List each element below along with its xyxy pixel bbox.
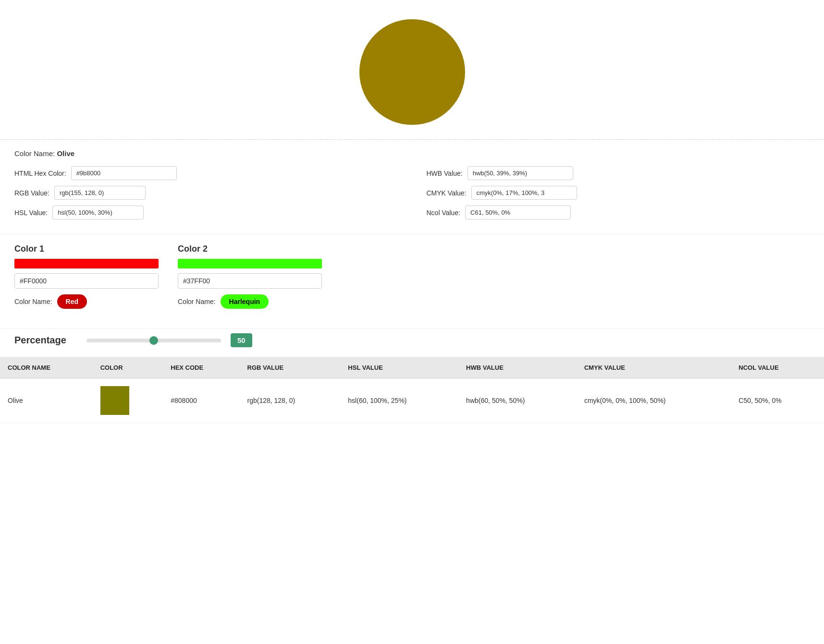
hsl-row: HSL Value: (14, 206, 398, 219)
color1-bar (14, 259, 159, 268)
th-ncol-value: NCOL VALUE (731, 357, 824, 378)
th-color-name: COLOR NAME (0, 357, 93, 378)
td-hwb: hwb(60, 50%, 50%) (458, 378, 577, 423)
th-color: COLOR (93, 357, 163, 378)
cmyk-label: CMYK Value: (427, 189, 467, 197)
percentage-section: Percentage 50 (0, 328, 824, 357)
td-cmyk: cmyk(0%, 0%, 100%, 50%) (577, 378, 731, 423)
mixer-row: Color 1 Color Name: Red Color 2 Color Na… (14, 244, 810, 309)
table-section: COLOR NAME COLOR HEX CODE RGB VALUE HSL … (0, 357, 824, 423)
ncol-row: Ncol Value: (427, 206, 810, 219)
html-hex-label: HTML Hex Color: (14, 170, 66, 177)
hwb-label: HWB Value: (427, 170, 463, 177)
th-rgb-value: RGB VALUE (240, 357, 341, 378)
color1-name-label: Color Name: (14, 298, 52, 305)
color2-hex-input[interactable] (178, 273, 322, 289)
cmyk-input[interactable] (471, 186, 577, 200)
rgb-row: RGB Value: (14, 186, 398, 200)
html-hex-row: HTML Hex Color: (14, 166, 398, 180)
ncol-label: Ncol Value: (427, 209, 461, 217)
th-hsl-value: HSL VALUE (340, 357, 458, 378)
color1-title: Color 1 (14, 244, 159, 254)
percentage-label: Percentage (14, 335, 77, 346)
hsl-input[interactable] (52, 206, 144, 219)
td-swatch (93, 378, 163, 423)
color-name-value: Olive (57, 149, 74, 158)
td-hsl: hsl(60, 100%, 25%) (340, 378, 458, 423)
td-rgb: rgb(128, 128, 0) (240, 378, 341, 423)
hwb-input[interactable] (467, 166, 573, 180)
color2-name-row: Color Name: Harlequin (178, 294, 322, 309)
color2-bar (178, 259, 322, 268)
color-mixer-section: Color 1 Color Name: Red Color 2 Color Na… (0, 234, 824, 328)
table-row: Olive #808000 rgb(128, 128, 0) hsl(60, 1… (0, 378, 824, 423)
color-name-line: Color Name: Olive (14, 149, 810, 158)
color1-box: Color 1 Color Name: Red (14, 244, 159, 309)
color2-title: Color 2 (178, 244, 322, 254)
percentage-slider-thumb (149, 336, 158, 345)
color2-name-badge: Harlequin (221, 294, 269, 309)
color1-name-badge: Red (57, 294, 87, 309)
cmyk-row: CMYK Value: (427, 186, 810, 200)
td-hex: #808000 (163, 378, 239, 423)
percentage-value-badge: 50 (231, 333, 252, 347)
hsl-label: HSL Value: (14, 209, 48, 217)
percentage-slider[interactable] (86, 339, 221, 342)
th-hex-code: HEX CODE (163, 357, 239, 378)
table-header-row: COLOR NAME COLOR HEX CODE RGB VALUE HSL … (0, 357, 824, 378)
td-ncol: C50, 50%, 0% (731, 378, 824, 423)
color1-name-row: Color Name: Red (14, 294, 159, 309)
color-values-grid: HTML Hex Color: HWB Value: RGB Value: CM… (14, 166, 810, 219)
color-table: COLOR NAME COLOR HEX CODE RGB VALUE HSL … (0, 357, 824, 423)
color-info-section: Color Name: Olive HTML Hex Color: HWB Va… (0, 140, 824, 234)
hwb-row: HWB Value: (427, 166, 810, 180)
rgb-input[interactable] (54, 186, 146, 200)
rgb-label: RGB Value: (14, 189, 49, 197)
color1-hex-input[interactable] (14, 273, 159, 289)
td-name: Olive (0, 378, 93, 423)
color-circle-section (0, 0, 824, 140)
color-circle (359, 19, 465, 125)
th-cmyk-value: CMYK VALUE (577, 357, 731, 378)
th-hwb-value: HWB VALUE (458, 357, 577, 378)
ncol-input[interactable] (465, 206, 571, 219)
color2-box: Color 2 Color Name: Harlequin (178, 244, 322, 309)
color-name-prefix-label: Color Name: (14, 149, 55, 158)
color2-name-label: Color Name: (178, 298, 216, 305)
html-hex-input[interactable] (71, 166, 177, 180)
